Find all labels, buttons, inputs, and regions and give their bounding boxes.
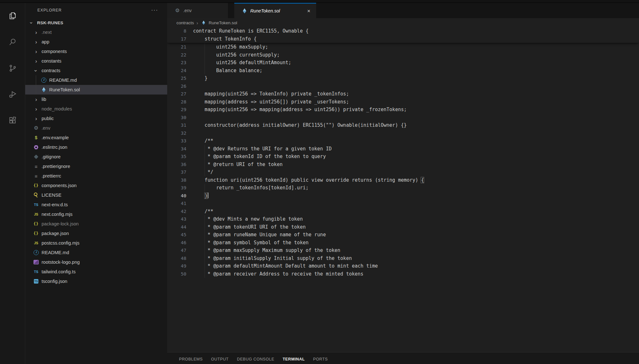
panel-tab[interactable]: PROBLEMS xyxy=(175,357,207,361)
tree-item[interactable]: constants xyxy=(25,56,167,66)
code-line[interactable]: 29 mapping(uint256 => mapping(address =>… xyxy=(167,106,639,114)
code-line[interactable]: 26 xyxy=(167,82,639,90)
line-number[interactable]: 29 xyxy=(167,106,193,114)
tree-item[interactable]: rootstock-logo.png xyxy=(25,257,167,267)
panel-tab[interactable]: PORTS xyxy=(309,357,332,361)
line-number[interactable]: 47 xyxy=(167,246,193,254)
line-number[interactable]: 31 xyxy=(167,121,193,129)
tree-item[interactable]: .next xyxy=(25,27,167,37)
line-number[interactable]: 37 xyxy=(167,168,193,176)
editor-tab[interactable]: .env xyxy=(167,3,228,18)
editor-tab[interactable]: RuneToken.sol × xyxy=(234,3,316,18)
tree-item[interactable]: contracts xyxy=(25,66,167,75)
tree-item[interactable]: .env xyxy=(25,123,167,133)
line-number[interactable]: 40 xyxy=(167,192,193,200)
code-line[interactable]: 25 } xyxy=(167,74,639,82)
code-line[interactable]: 32 xyxy=(167,129,639,137)
line-number[interactable]: 21 xyxy=(167,43,193,51)
line-number[interactable]: 30 xyxy=(167,114,193,122)
tree-item[interactable]: app xyxy=(25,37,167,47)
line-number[interactable]: 28 xyxy=(167,98,193,106)
tree-item[interactable]: node_modules xyxy=(25,104,167,114)
line-number[interactable]: 46 xyxy=(167,239,193,247)
line-number[interactable]: 50 xyxy=(167,270,193,278)
code-line[interactable]: 45 * @param runeName Unique name of the … xyxy=(167,231,639,239)
line-number[interactable]: 33 xyxy=(167,137,193,145)
panel-tab[interactable]: OUTPUT xyxy=(207,357,233,361)
code-line[interactable]: 34 * @dev Returns the URI for a given to… xyxy=(167,145,639,153)
line-number[interactable]: 42 xyxy=(167,208,193,216)
code-line[interactable]: 44 * @param tokenURI URI of the token xyxy=(167,223,639,231)
tree-item[interactable]: .env.example xyxy=(25,133,167,142)
line-number[interactable]: 44 xyxy=(167,223,193,231)
code-line[interactable]: 38 function uri(uint256 tokenId) public … xyxy=(167,176,639,184)
line-number[interactable]: 39 xyxy=(167,184,193,192)
line-number[interactable]: 34 xyxy=(167,145,193,153)
line-number[interactable]: 45 xyxy=(167,231,193,239)
code-line[interactable]: 24 Balance balance; xyxy=(167,67,639,75)
tree-item[interactable]: next-env.d.ts xyxy=(25,200,167,209)
sticky-line[interactable]: 8 contract RuneToken is ERC1155, Ownable… xyxy=(167,27,639,35)
tree-item[interactable]: public xyxy=(25,114,167,123)
code-line[interactable]: 49 * @param defaultMintAmount Default am… xyxy=(167,262,639,270)
tree-item[interactable]: .prettierrc xyxy=(25,171,167,181)
code-line[interactable]: 41 xyxy=(167,200,639,208)
line-number[interactable]: 36 xyxy=(167,161,193,169)
code-line[interactable]: 46 * @param symbol Symbol of the token xyxy=(167,239,639,247)
tree-item[interactable]: .eslintrc.json xyxy=(25,142,167,152)
tree-item[interactable]: tsconfig.json xyxy=(25,277,167,286)
tree-item[interactable]: next.config.mjs xyxy=(25,209,167,219)
explorer-icon[interactable] xyxy=(5,7,20,24)
line-number[interactable]: 27 xyxy=(167,90,193,98)
code-line[interactable]: 47 * @param maxSupply Maximum supply of … xyxy=(167,246,639,254)
line-number[interactable]: 41 xyxy=(167,200,193,208)
tree-item[interactable]: README.md xyxy=(25,248,167,257)
line-number[interactable]: 43 xyxy=(167,215,193,223)
panel-tab[interactable]: DEBUG CONSOLE xyxy=(233,357,278,361)
line-number[interactable]: 32 xyxy=(167,129,193,137)
code-line[interactable]: 35 * @param tokenId ID of the token to q… xyxy=(167,153,639,161)
tree-item[interactable]: components.json xyxy=(25,181,167,190)
breadcrumb-item-file[interactable]: RuneToken.sol xyxy=(209,20,237,25)
code-line[interactable]: 48 * @param initialSupply Initial supply… xyxy=(167,254,639,262)
code-line[interactable]: 22 uint256 currentSupply; xyxy=(167,51,639,59)
line-number[interactable]: 26 xyxy=(167,82,193,90)
line-number[interactable]: 23 xyxy=(167,59,193,67)
code-line[interactable]: 36 * @return URI of the token xyxy=(167,161,639,169)
tree-item[interactable]: tailwind.config.ts xyxy=(25,267,167,277)
run-and-debug-icon[interactable] xyxy=(5,86,20,102)
more-actions-button[interactable]: ··· xyxy=(151,9,158,12)
tree-item[interactable]: components xyxy=(25,47,167,56)
tree-item[interactable]: LICENSE xyxy=(25,190,167,200)
extensions-icon[interactable] xyxy=(5,112,20,129)
sticky-line[interactable]: 17 struct TokenInfo { xyxy=(167,35,639,43)
tree-item[interactable]: .prettierignore xyxy=(25,162,167,171)
line-number[interactable]: 24 xyxy=(167,67,193,75)
code-line[interactable]: 27 mapping(uint256 => TokenInfo) private… xyxy=(167,90,639,98)
tree-item[interactable]: RSK-RUNES xyxy=(25,18,167,27)
code-line[interactable]: 50 * @param receiver Address to receive … xyxy=(167,270,639,278)
code-line[interactable]: 31 constructor(address initialOwner) ERC… xyxy=(167,121,639,129)
close-icon[interactable]: × xyxy=(307,8,311,14)
panel-tab[interactable]: TERMINAL xyxy=(278,357,309,361)
code-line[interactable]: 39 return _tokenInfos[tokenId].uri; xyxy=(167,184,639,192)
line-number[interactable]: 22 xyxy=(167,51,193,59)
code-line[interactable]: 42 /** xyxy=(167,208,639,216)
code-line[interactable]: 33 /** xyxy=(167,137,639,145)
code-line[interactable]: 23 uint256 defaultMintAmount; xyxy=(167,59,639,67)
line-number[interactable]: 35 xyxy=(167,153,193,161)
code-line[interactable]: 37 */ xyxy=(167,168,639,176)
code-line[interactable]: 43 * @dev Mints a new fungible token xyxy=(167,215,639,223)
line-number[interactable]: 38 xyxy=(167,176,193,184)
search-icon[interactable] xyxy=(5,34,20,50)
code-line[interactable]: 30 xyxy=(167,114,639,122)
tree-item[interactable]: lib xyxy=(25,95,167,104)
source-control-icon[interactable] xyxy=(5,60,20,76)
tree-item[interactable]: package-lock.json xyxy=(25,219,167,229)
code-line[interactable]: 21 uint256 maxSupply; xyxy=(167,43,639,51)
tree-item[interactable]: postcss.config.mjs xyxy=(25,238,167,248)
line-number[interactable]: 49 xyxy=(167,262,193,270)
tree-item[interactable]: RuneToken.sol xyxy=(25,85,167,95)
editor[interactable]: 8 contract RuneToken is ERC1155, Ownable… xyxy=(167,27,639,352)
line-number[interactable]: 25 xyxy=(167,74,193,82)
